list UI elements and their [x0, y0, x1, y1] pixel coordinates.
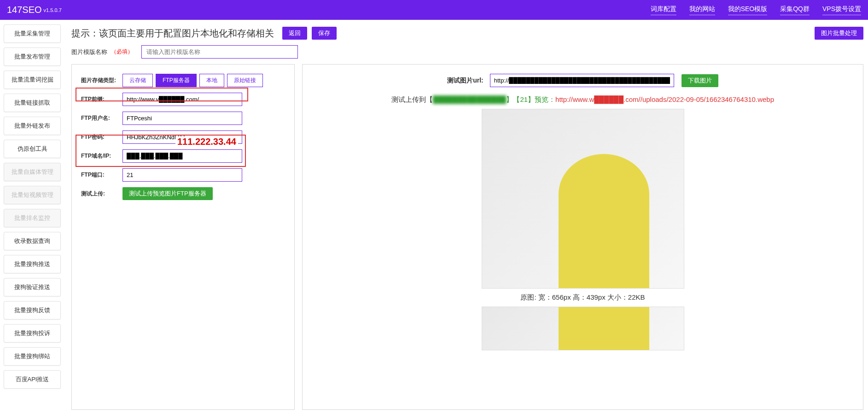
download-image-button[interactable]: 下载图片	[682, 74, 718, 87]
ftp-port-input[interactable]	[122, 168, 242, 182]
sidebar-item-9[interactable]: 收录数据查询	[4, 232, 61, 250]
preview-image-1	[482, 109, 684, 289]
sidebar-item-12[interactable]: 批量搜狗反馈	[4, 301, 61, 319]
ftp-host-input[interactable]	[122, 149, 242, 163]
upload-result-line: 测试上传到【███████████████】【21】预览：http://www.…	[312, 95, 854, 104]
sidebar-item-6: 批量自媒体管理	[4, 163, 61, 181]
overlay-ip-text: 111.222.33.44	[175, 136, 238, 147]
sidebar-item-4[interactable]: 批量外链发布	[4, 117, 61, 135]
sidebar-item-13[interactable]: 批量搜狗投诉	[4, 324, 61, 343]
nav-lexicon[interactable]: 词库配置	[651, 5, 676, 15]
ftp-prefix-label: FTP前缀:	[81, 95, 122, 103]
sidebar-item-0[interactable]: 批量采集管理	[4, 24, 61, 43]
template-name-input[interactable]	[141, 45, 298, 59]
ftp-port-label: FTP端口:	[81, 171, 122, 179]
nav-qq-group[interactable]: 采集QQ群	[780, 5, 810, 15]
ftp-user-input[interactable]	[122, 112, 242, 125]
storage-type-options: 云存储 FTP服务器 本地 原始链接	[122, 74, 263, 87]
nav-my-site[interactable]: 我的网站	[689, 5, 715, 15]
sidebar-item-10[interactable]: 批量搜狗推送	[4, 255, 61, 273]
ftp-pass-label: FTP密码:	[81, 133, 122, 141]
sidebar-item-14[interactable]: 批量搜狗绑站	[4, 347, 61, 366]
ftp-prefix-input[interactable]	[122, 93, 242, 106]
test-url-label: 测试图片url:	[447, 77, 484, 85]
sidebar-item-1[interactable]: 批量发布管理	[4, 47, 61, 66]
left-panel: 图片存储类型: 云存储 FTP服务器 本地 原始链接 FTP前缀: FTP用户名…	[71, 64, 295, 410]
top-nav: 词库配置 我的网站 我的SEO模版 采集QQ群 VPS拨号设置	[651, 5, 861, 15]
nav-vps-dial[interactable]: VPS拨号设置	[822, 5, 861, 15]
nav-seo-template[interactable]: 我的SEO模版	[728, 5, 768, 15]
test-upload-button[interactable]: 测试上传预览图片FTP服务器	[122, 187, 213, 200]
main-content: 提示：该页面主要用于配置图片本地化和存储相关 返回 保存 图片批量处理 图片模版…	[64, 20, 868, 410]
sidebar-item-11[interactable]: 搜狗验证推送	[4, 278, 61, 296]
right-panel: 测试图片url: 下载图片 测试上传到【███████████████】【21】…	[302, 64, 863, 410]
page-title: 提示：该页面主要用于配置图片本地化和存储相关	[71, 27, 274, 40]
sidebar-item-8: 批量排名监控	[4, 209, 61, 227]
opt-cloud[interactable]: 云存储	[122, 74, 153, 87]
ftp-host-label: FTP域名/IP:	[81, 152, 122, 160]
opt-local[interactable]: 本地	[199, 74, 224, 87]
test-upload-label: 测试上传:	[81, 190, 122, 198]
brand-title: 147SEO	[7, 5, 42, 15]
template-name-row: 图片模版名称 （必填）	[71, 45, 863, 59]
back-button[interactable]: 返回	[282, 27, 307, 40]
preview-link[interactable]: http://www.w██████.com//uploads/2022-09-…	[555, 95, 774, 103]
top-bar: 147SEO v1.5.0.7 词库配置 我的网站 我的SEO模版 采集QQ群 …	[0, 0, 868, 20]
preview-image-2	[482, 307, 684, 350]
sidebar-item-5[interactable]: 伪原创工具	[4, 140, 61, 158]
batch-image-button[interactable]: 图片批量处理	[815, 27, 863, 40]
storage-type-label: 图片存储类型:	[81, 77, 122, 84]
sidebar-item-15[interactable]: 百度API推送	[4, 370, 61, 389]
opt-ftp[interactable]: FTP服务器	[156, 74, 197, 87]
required-hint: （必填）	[111, 48, 133, 56]
sidebar-item-7: 批量短视频管理	[4, 186, 61, 204]
sidebar-item-2[interactable]: 批量流量词挖掘	[4, 71, 61, 89]
title-bar: 提示：该页面主要用于配置图片本地化和存储相关 返回 保存 图片批量处理	[71, 27, 863, 40]
save-button[interactable]: 保存	[312, 27, 337, 40]
sidebar-item-3[interactable]: 批量链接抓取	[4, 94, 61, 112]
sidebar: 批量采集管理批量发布管理批量流量词挖掘批量链接抓取批量外链发布伪原创工具批量自媒…	[0, 20, 64, 410]
brand-version: v1.5.0.7	[44, 7, 62, 13]
template-name-label: 图片模版名称	[71, 48, 107, 56]
ftp-user-label: FTP用户名:	[81, 114, 122, 122]
opt-original[interactable]: 原始链接	[227, 74, 263, 87]
image-info-line: 原图: 宽：656px 高：439px 大小：22KB	[312, 293, 854, 302]
test-url-input[interactable]	[490, 74, 674, 87]
